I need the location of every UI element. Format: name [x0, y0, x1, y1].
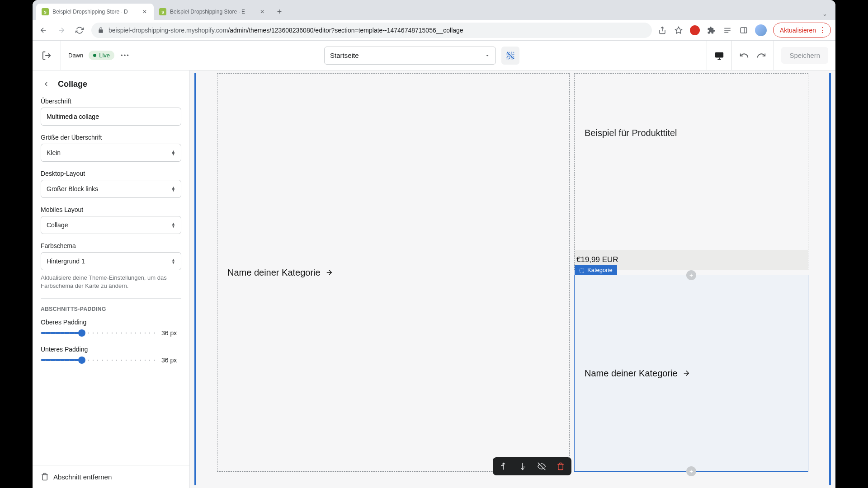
shopify-favicon: s — [42, 8, 49, 15]
desktop-layout-select[interactable]: Großer Block links ▲▼ — [41, 180, 181, 198]
category-card-title: Name deiner Kategorie — [585, 368, 678, 379]
padding-bottom-label: Unteres Padding — [41, 346, 181, 353]
forward-button[interactable] — [55, 24, 68, 37]
padding-top-slider[interactable] — [41, 332, 155, 334]
heading-input[interactable] — [41, 108, 181, 126]
remove-section-button[interactable]: Abschnitt entfernen — [33, 465, 189, 488]
profile-avatar[interactable] — [755, 24, 767, 36]
url-input[interactable]: beispiel-dropshipping-store.myshopify.co… — [91, 23, 652, 38]
shopify-favicon: s — [159, 8, 166, 15]
padding-bottom-slider[interactable] — [41, 359, 155, 361]
add-block-handle[interactable]: + — [686, 270, 696, 280]
extension-badge-icon[interactable] — [690, 25, 700, 35]
mobile-layout-select[interactable]: Collage ▲▼ — [41, 216, 181, 234]
desktop-layout-label: Desktop-Layout — [41, 170, 181, 177]
bookmark-icon[interactable] — [674, 25, 684, 35]
sidebar-title: Collage — [58, 80, 87, 89]
product-price: €19,99 EUR — [576, 255, 618, 264]
block-type-tag: Kategorie — [575, 265, 617, 275]
svg-rect-1 — [715, 52, 723, 57]
share-icon[interactable] — [657, 25, 667, 35]
svg-rect-2 — [580, 268, 584, 272]
live-badge: Live — [89, 51, 114, 60]
block-toolbar — [493, 457, 571, 475]
redo-icon[interactable] — [756, 51, 766, 61]
browser-tab-strip: s Beispiel Dropshipping Store · D ✕ s Be… — [33, 0, 835, 20]
settings-sidebar: Collage Überschrift Größe der Überschrif… — [33, 70, 190, 488]
collage-big-card[interactable]: Name deiner Kategorie — [217, 73, 570, 472]
color-scheme-label: Farbschema — [41, 242, 181, 249]
extensions-icon[interactable] — [706, 25, 716, 35]
arrow-right-icon — [325, 268, 333, 277]
new-tab-button[interactable]: + — [273, 5, 286, 18]
padding-section-caption: ABSCHNITTS-PADDING — [41, 306, 181, 312]
heading-size-select[interactable]: Klein ▲▼ — [41, 144, 181, 162]
browser-tab[interactable]: s Beispiel Dropshipping Store · E ✕ — [154, 4, 271, 20]
move-up-icon[interactable] — [499, 462, 508, 471]
color-scheme-select[interactable]: Hintergrund 1 ▲▼ — [41, 252, 181, 270]
reading-list-icon[interactable] — [722, 25, 732, 35]
browser-tab-active[interactable]: s Beispiel Dropshipping Store · D ✕ — [36, 4, 154, 20]
exit-editor-button[interactable] — [33, 41, 61, 70]
padding-bottom-value: 36 px — [161, 357, 181, 364]
back-button[interactable] — [37, 24, 50, 37]
heading-size-label: Größe der Überschrift — [41, 134, 181, 141]
svg-rect-0 — [741, 28, 747, 33]
collage-product-card[interactable]: Beispiel für Produkttitel €19,99 EUR — [574, 73, 808, 270]
reload-button[interactable] — [73, 24, 86, 37]
mobile-layout-label: Mobiles Layout — [41, 206, 181, 213]
side-panel-icon[interactable] — [739, 25, 749, 35]
update-button[interactable]: Aktualisieren ⋮ — [773, 23, 831, 38]
undo-icon[interactable] — [739, 51, 749, 61]
page-selector[interactable]: Startseite — [324, 47, 496, 65]
heading-label: Überschrift — [41, 98, 181, 105]
section-picker-button[interactable] — [501, 47, 519, 65]
tab-title: Beispiel Dropshipping Store · D — [52, 9, 137, 15]
padding-top-label: Oberes Padding — [41, 319, 181, 326]
theme-name: Dawn — [68, 52, 83, 59]
save-button[interactable]: Speichern — [781, 47, 828, 64]
desktop-view-icon[interactable] — [714, 51, 724, 61]
close-tab-icon[interactable]: ✕ — [141, 9, 148, 15]
collage-category-card[interactable]: Kategorie + Name deiner Kategorie + — [574, 275, 808, 472]
hide-block-icon[interactable] — [537, 462, 546, 471]
theme-more-menu[interactable]: ••• — [121, 52, 130, 59]
arrow-right-icon — [682, 369, 690, 377]
editor-header: Dawn Live ••• Startseite — [33, 41, 835, 70]
lock-icon — [98, 27, 104, 33]
tabs-dropdown-icon[interactable]: ⌄ — [817, 10, 832, 17]
sidebar-back-button[interactable] — [41, 79, 52, 89]
big-card-title: Name deiner Kategorie — [227, 267, 321, 278]
color-scheme-help: Aktualisiere deine Theme-Einstellungen, … — [41, 274, 181, 290]
product-title: Beispiel für Produkttitel — [585, 128, 677, 138]
close-tab-icon[interactable]: ✕ — [259, 9, 266, 15]
browser-address-bar: beispiel-dropshipping-store.myshopify.co… — [33, 20, 835, 41]
tab-title: Beispiel Dropshipping Store · E — [170, 9, 255, 15]
add-block-handle[interactable]: + — [686, 466, 696, 476]
preview-canvas[interactable]: Name deiner Kategorie Beispiel für Produ… — [190, 70, 835, 488]
move-down-icon[interactable] — [518, 462, 527, 471]
delete-block-icon[interactable] — [556, 462, 565, 471]
padding-top-value: 36 px — [161, 329, 181, 337]
url-text: beispiel-dropshipping-store.myshopify.co… — [108, 27, 646, 34]
